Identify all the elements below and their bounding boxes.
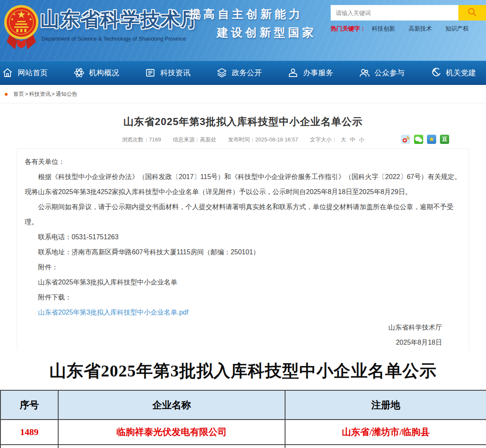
hot-keyword-2[interactable]: 知识产权 xyxy=(445,25,469,33)
nav-item-about[interactable]: 机构概况 xyxy=(73,67,119,78)
font-size-small[interactable]: 小 xyxy=(359,136,364,143)
hot-keyword-0[interactable]: 科技创新 xyxy=(372,25,395,33)
atom-icon xyxy=(73,67,85,78)
hot-keywords-row: 热门关键字： 科技创新 高新技术 知识产权 xyxy=(331,25,482,33)
nav-label: 网站首页 xyxy=(18,68,48,78)
paragraph-basis: 根据《科技型中小企业评价办法》（国科发政〔2017〕115号）和《科技型中小企业… xyxy=(25,169,461,200)
people-icon xyxy=(359,67,370,78)
svg-text:★: ★ xyxy=(13,12,16,16)
views-count: 7169 xyxy=(149,136,161,143)
font-size-large[interactable]: 大 xyxy=(341,136,346,143)
search-input[interactable] xyxy=(331,5,458,20)
news-icon xyxy=(144,67,156,78)
hot-keywords-label: 热门关键字： xyxy=(331,25,366,33)
national-emblem-logo: ★ ★ ★ ★ ★ xyxy=(3,3,39,53)
breadcrumb-notices[interactable]: 通知公告 xyxy=(56,90,77,98)
svg-text:★: ★ xyxy=(29,17,32,21)
source-value: 高新处 xyxy=(200,136,216,143)
table-row: 1489 临朐祥泰光伏发电有限公司 山东省/潍坊市/临朐县 xyxy=(0,420,486,445)
meta-source: 信息来源：高新处 xyxy=(173,136,216,143)
slogan: 提高自主创新能力 建设创新型国家 xyxy=(189,7,316,40)
svg-text:★: ★ xyxy=(17,9,26,20)
main-nav: 网站首页 机构概况 科技资讯 政务 xyxy=(0,61,486,85)
site-subtitle: Department of Science & Technology of Sh… xyxy=(41,36,186,42)
hot-keyword-1[interactable]: 高新技术 xyxy=(409,25,432,33)
header-location: 注册地 xyxy=(285,390,486,420)
search-icon xyxy=(467,7,477,18)
search-box xyxy=(331,5,486,20)
breadcrumb-news[interactable]: 科技资讯 xyxy=(29,90,51,98)
nav-label: 科技资讯 xyxy=(160,68,190,78)
home-icon xyxy=(2,67,13,78)
site-header: ★ ★ ★ ★ ★ 山东省科学技术厅 Department of Science… xyxy=(0,0,486,61)
download-label: 附件下载： xyxy=(25,290,461,305)
table-row-partial xyxy=(0,445,486,448)
share-buttons: ★ 豆 xyxy=(401,135,449,144)
article-meta: 浏览次数：7169 信息来源：高新处 发布时间：2025-08-18 16:57… xyxy=(0,134,486,145)
nav-item-news[interactable]: 科技资讯 xyxy=(144,67,190,78)
cell-location: 山东省/潍坊市/临朐县 xyxy=(285,420,486,445)
cell-company: 临朐祥泰光伏发电有限公司 xyxy=(58,420,285,445)
svg-text:★: ★ xyxy=(27,12,30,16)
nav-item-services[interactable]: 办事服务 xyxy=(287,67,333,78)
nav-item-gov-info[interactable]: 政务公开 xyxy=(216,67,262,78)
attachment-label: 附件： xyxy=(25,260,461,275)
douban-icon[interactable]: 豆 xyxy=(440,135,449,144)
nav-label: 办事服务 xyxy=(303,68,333,78)
table-header-row: 序号 企业名称 注册地 xyxy=(0,390,486,420)
breadcrumb-separator: > xyxy=(51,91,55,97)
breadcrumb-home[interactable]: 首页 xyxy=(13,90,24,98)
nav-item-home[interactable]: 网站首页 xyxy=(2,67,48,78)
breadcrumb-separator: > xyxy=(25,91,28,97)
header-serial: 序号 xyxy=(0,390,58,420)
contact-phone: 联系电话：0531-51751263 xyxy=(25,230,461,245)
nav-label: 公众参与 xyxy=(375,68,405,78)
signature-org: 山东省科学技术厅 xyxy=(25,320,461,335)
roster-table: 序号 企业名称 注册地 1489 临朐祥泰光伏发电有限公司 山东省/潍坊市/临朐… xyxy=(0,390,486,448)
header-company: 企业名称 xyxy=(58,390,285,420)
signature-date: 2025年8月18日 xyxy=(25,335,461,350)
font-size-medium[interactable]: 中 xyxy=(350,136,355,143)
search-button[interactable] xyxy=(458,5,486,20)
meta-views: 浏览次数：7169 xyxy=(122,136,161,143)
service-person-icon xyxy=(287,67,299,78)
nav-label: 机构概况 xyxy=(89,68,119,78)
cell-serial: 1489 xyxy=(0,420,58,445)
time-value: 2025-08-18 16:57 xyxy=(255,136,298,143)
weibo-icon[interactable] xyxy=(401,135,410,144)
breadcrumb: ● 首页 > 科技资讯 > 通知公告 xyxy=(0,85,486,103)
contact-address: 联系地址：济南市高新区舜华路607号科技大厦1115房间（邮编：250101） xyxy=(25,245,461,260)
attachment-pdf-link[interactable]: 山东省2025年第3批拟入库科技型中小企业名单.pdf xyxy=(38,309,188,316)
attachment-name: 山东省2025年第3批拟入库科技型中小企业名单 xyxy=(25,275,461,290)
nav-label: 机关党建 xyxy=(446,68,476,78)
slogan-line1: 提高自主创新能力 xyxy=(189,7,316,22)
salutation: 各有关单位： xyxy=(25,154,461,169)
nav-item-participation[interactable]: 公众参与 xyxy=(359,67,405,78)
meta-font-size: 文字大小： 大 中 小 xyxy=(310,136,364,143)
paragraph-objection: 公示期间如有异议，请于公示期内提交书面材料，个人提交材料请署明真实姓名和联系方式… xyxy=(25,200,461,230)
breadcrumb-dot-icon: ● xyxy=(4,91,8,97)
site-title: 山东省科学技术厅 xyxy=(40,7,201,33)
roster-title: 山东省2025年第3批拟入库科技型中小企业名单公示 xyxy=(0,359,486,382)
article-body: 各有关单位： 根据《科技型中小企业评价办法》（国科发政〔2017〕115号）和《… xyxy=(17,148,469,350)
svg-text:★: ★ xyxy=(10,17,14,21)
slogan-line2: 建设创新型国家 xyxy=(189,25,316,40)
nav-item-party[interactable]: 机关党建 xyxy=(430,67,476,78)
qzone-icon[interactable]: ★ xyxy=(427,135,436,144)
wechat-icon[interactable] xyxy=(414,135,423,144)
article-title: 山东省2025年第3批拟入库科技型中小企业名单公示 xyxy=(0,115,486,128)
nav-label: 政务公开 xyxy=(232,68,262,78)
hammer-sickle-icon xyxy=(430,67,442,78)
layers-icon xyxy=(216,67,228,78)
meta-publish-time: 发布时间：2025-08-18 16:57 xyxy=(228,136,298,143)
